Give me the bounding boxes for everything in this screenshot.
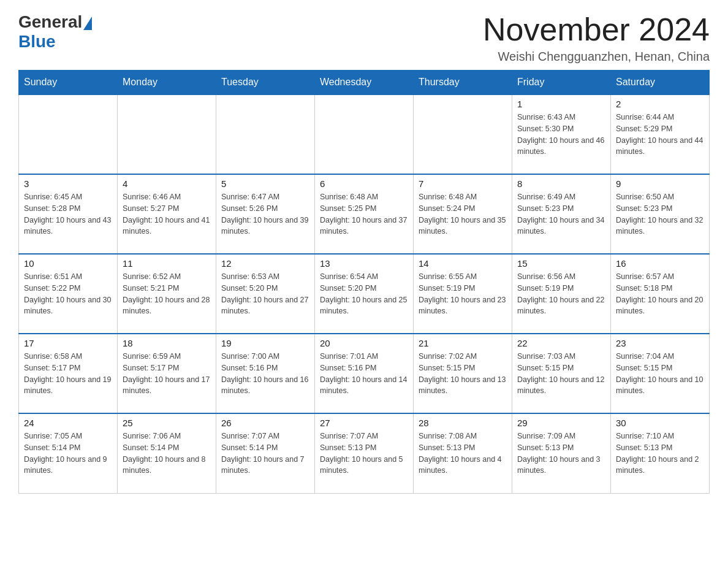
day-number: 12 bbox=[221, 258, 309, 269]
day-info: Sunrise: 6:55 AMSunset: 5:19 PMDaylight:… bbox=[419, 271, 507, 317]
calendar-week-row: 24Sunrise: 7:05 AMSunset: 5:14 PMDayligh… bbox=[19, 413, 710, 493]
day-info: Sunrise: 6:52 AMSunset: 5:21 PMDaylight:… bbox=[123, 271, 211, 317]
day-number: 26 bbox=[221, 418, 309, 428]
day-number: 10 bbox=[24, 258, 112, 269]
day-number: 11 bbox=[123, 258, 211, 269]
calendar-header-row: SundayMondayTuesdayWednesdayThursdayFrid… bbox=[19, 71, 710, 95]
day-number: 25 bbox=[123, 418, 211, 428]
day-info: Sunrise: 6:49 AMSunset: 5:23 PMDaylight:… bbox=[517, 191, 605, 237]
day-info: Sunrise: 7:09 AMSunset: 5:13 PMDaylight:… bbox=[517, 431, 605, 477]
calendar-cell bbox=[315, 94, 414, 174]
day-number: 13 bbox=[320, 258, 408, 269]
logo-triangle-icon bbox=[83, 17, 92, 30]
calendar-cell: 28Sunrise: 7:08 AMSunset: 5:13 PMDayligh… bbox=[414, 413, 512, 493]
calendar-week-row: 10Sunrise: 6:51 AMSunset: 5:22 PMDayligh… bbox=[19, 254, 710, 334]
day-info: Sunrise: 7:10 AMSunset: 5:13 PMDaylight:… bbox=[616, 431, 704, 477]
day-info: Sunrise: 6:54 AMSunset: 5:20 PMDaylight:… bbox=[320, 271, 408, 317]
day-number: 29 bbox=[517, 418, 605, 428]
calendar-cell: 12Sunrise: 6:53 AMSunset: 5:20 PMDayligh… bbox=[216, 254, 315, 334]
day-number: 24 bbox=[24, 418, 112, 428]
calendar-cell: 22Sunrise: 7:03 AMSunset: 5:15 PMDayligh… bbox=[512, 334, 611, 413]
day-info: Sunrise: 6:48 AMSunset: 5:25 PMDaylight:… bbox=[320, 191, 408, 237]
calendar-cell: 1Sunrise: 6:43 AMSunset: 5:30 PMDaylight… bbox=[512, 94, 611, 174]
day-number: 4 bbox=[123, 178, 211, 189]
calendar-week-row: 17Sunrise: 6:58 AMSunset: 5:17 PMDayligh… bbox=[19, 334, 710, 413]
day-number: 17 bbox=[24, 338, 112, 348]
day-number: 3 bbox=[24, 178, 112, 189]
calendar-cell bbox=[118, 94, 216, 174]
day-info: Sunrise: 6:56 AMSunset: 5:19 PMDaylight:… bbox=[517, 271, 605, 317]
day-info: Sunrise: 6:51 AMSunset: 5:22 PMDaylight:… bbox=[24, 271, 112, 317]
calendar-cell: 24Sunrise: 7:05 AMSunset: 5:14 PMDayligh… bbox=[19, 413, 118, 493]
day-info: Sunrise: 7:08 AMSunset: 5:13 PMDaylight:… bbox=[419, 431, 507, 477]
calendar-cell: 8Sunrise: 6:49 AMSunset: 5:23 PMDaylight… bbox=[512, 174, 611, 254]
day-info: Sunrise: 7:01 AMSunset: 5:16 PMDaylight:… bbox=[320, 351, 408, 397]
header-friday: Friday bbox=[512, 71, 611, 95]
day-number: 27 bbox=[320, 418, 408, 428]
day-info: Sunrise: 6:47 AMSunset: 5:26 PMDaylight:… bbox=[221, 191, 309, 237]
day-number: 16 bbox=[616, 258, 704, 269]
calendar-cell: 25Sunrise: 7:06 AMSunset: 5:14 PMDayligh… bbox=[118, 413, 216, 493]
calendar-cell: 18Sunrise: 6:59 AMSunset: 5:17 PMDayligh… bbox=[118, 334, 216, 413]
calendar-cell: 20Sunrise: 7:01 AMSunset: 5:16 PMDayligh… bbox=[315, 334, 414, 413]
day-info: Sunrise: 6:46 AMSunset: 5:27 PMDaylight:… bbox=[123, 191, 211, 237]
header-saturday: Saturday bbox=[611, 71, 710, 95]
day-number: 30 bbox=[616, 418, 704, 428]
day-number: 18 bbox=[123, 338, 211, 348]
logo: General Blue bbox=[18, 12, 92, 52]
calendar-cell: 2Sunrise: 6:44 AMSunset: 5:29 PMDaylight… bbox=[611, 94, 710, 174]
day-info: Sunrise: 7:02 AMSunset: 5:15 PMDaylight:… bbox=[419, 351, 507, 397]
calendar-cell: 19Sunrise: 7:00 AMSunset: 5:16 PMDayligh… bbox=[216, 334, 315, 413]
calendar-cell: 3Sunrise: 6:45 AMSunset: 5:28 PMDaylight… bbox=[19, 174, 118, 254]
location-title: Weishi Chengguanzhen, Henan, China bbox=[483, 50, 710, 64]
day-number: 23 bbox=[616, 338, 704, 348]
calendar-week-row: 3Sunrise: 6:45 AMSunset: 5:28 PMDaylight… bbox=[19, 174, 710, 254]
day-number: 22 bbox=[517, 338, 605, 348]
day-number: 9 bbox=[616, 178, 704, 189]
calendar-cell bbox=[414, 94, 512, 174]
calendar-week-row: 1Sunrise: 6:43 AMSunset: 5:30 PMDaylight… bbox=[19, 94, 710, 174]
logo-general-text: General bbox=[18, 12, 82, 32]
day-info: Sunrise: 7:00 AMSunset: 5:16 PMDaylight:… bbox=[221, 351, 309, 397]
calendar-cell: 16Sunrise: 6:57 AMSunset: 5:18 PMDayligh… bbox=[611, 254, 710, 334]
day-number: 1 bbox=[517, 99, 605, 109]
calendar-cell: 30Sunrise: 7:10 AMSunset: 5:13 PMDayligh… bbox=[611, 413, 710, 493]
day-info: Sunrise: 6:43 AMSunset: 5:30 PMDaylight:… bbox=[517, 112, 605, 158]
calendar-cell: 4Sunrise: 6:46 AMSunset: 5:27 PMDaylight… bbox=[118, 174, 216, 254]
day-info: Sunrise: 7:06 AMSunset: 5:14 PMDaylight:… bbox=[123, 431, 211, 477]
day-info: Sunrise: 6:48 AMSunset: 5:24 PMDaylight:… bbox=[419, 191, 507, 237]
page-header: General Blue November 2024 Weishi Chengg… bbox=[18, 12, 710, 64]
calendar-cell bbox=[216, 94, 315, 174]
calendar-cell: 17Sunrise: 6:58 AMSunset: 5:17 PMDayligh… bbox=[19, 334, 118, 413]
day-info: Sunrise: 7:05 AMSunset: 5:14 PMDaylight:… bbox=[24, 431, 112, 477]
header-wednesday: Wednesday bbox=[315, 71, 414, 95]
day-info: Sunrise: 6:44 AMSunset: 5:29 PMDaylight:… bbox=[616, 112, 704, 158]
day-number: 20 bbox=[320, 338, 408, 348]
day-number: 21 bbox=[419, 338, 507, 348]
calendar-cell: 21Sunrise: 7:02 AMSunset: 5:15 PMDayligh… bbox=[414, 334, 512, 413]
calendar-cell: 14Sunrise: 6:55 AMSunset: 5:19 PMDayligh… bbox=[414, 254, 512, 334]
calendar-cell: 11Sunrise: 6:52 AMSunset: 5:21 PMDayligh… bbox=[118, 254, 216, 334]
day-number: 15 bbox=[517, 258, 605, 269]
month-title: November 2024 bbox=[483, 12, 710, 47]
day-info: Sunrise: 6:57 AMSunset: 5:18 PMDaylight:… bbox=[616, 271, 704, 317]
calendar-cell: 9Sunrise: 6:50 AMSunset: 5:23 PMDaylight… bbox=[611, 174, 710, 254]
day-info: Sunrise: 6:58 AMSunset: 5:17 PMDaylight:… bbox=[24, 351, 112, 397]
day-number: 5 bbox=[221, 178, 309, 189]
day-number: 8 bbox=[517, 178, 605, 189]
calendar-cell: 6Sunrise: 6:48 AMSunset: 5:25 PMDaylight… bbox=[315, 174, 414, 254]
title-area: November 2024 Weishi Chengguanzhen, Hena… bbox=[483, 12, 710, 64]
day-info: Sunrise: 6:59 AMSunset: 5:17 PMDaylight:… bbox=[123, 351, 211, 397]
day-info: Sunrise: 7:07 AMSunset: 5:13 PMDaylight:… bbox=[320, 431, 408, 477]
day-number: 7 bbox=[419, 178, 507, 189]
calendar-cell: 13Sunrise: 6:54 AMSunset: 5:20 PMDayligh… bbox=[315, 254, 414, 334]
day-info: Sunrise: 6:53 AMSunset: 5:20 PMDaylight:… bbox=[221, 271, 309, 317]
calendar-cell: 5Sunrise: 6:47 AMSunset: 5:26 PMDaylight… bbox=[216, 174, 315, 254]
day-number: 6 bbox=[320, 178, 408, 189]
calendar-cell: 7Sunrise: 6:48 AMSunset: 5:24 PMDaylight… bbox=[414, 174, 512, 254]
day-info: Sunrise: 6:45 AMSunset: 5:28 PMDaylight:… bbox=[24, 191, 112, 237]
calendar-cell: 10Sunrise: 6:51 AMSunset: 5:22 PMDayligh… bbox=[19, 254, 118, 334]
day-info: Sunrise: 6:50 AMSunset: 5:23 PMDaylight:… bbox=[616, 191, 704, 237]
header-monday: Monday bbox=[118, 71, 216, 95]
day-number: 19 bbox=[221, 338, 309, 348]
